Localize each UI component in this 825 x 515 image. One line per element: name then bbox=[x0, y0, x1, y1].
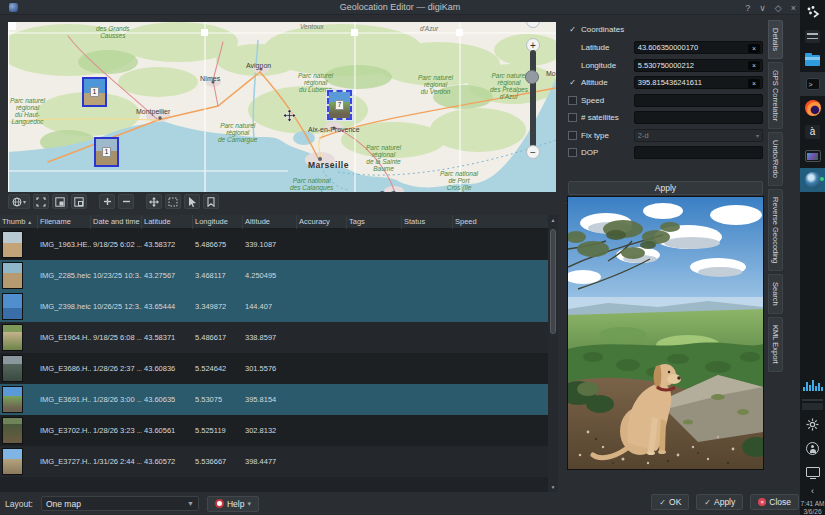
tab-gps-correlator[interactable]: GPS Correlator bbox=[768, 62, 783, 129]
tray-settings-icon[interactable] bbox=[800, 412, 825, 436]
maximize-icon[interactable]: ◇ bbox=[775, 3, 782, 13]
column-header[interactable]: Tags bbox=[347, 215, 402, 229]
unchecked-checkbox[interactable] bbox=[568, 96, 577, 105]
table-cell: 43.58372 bbox=[142, 240, 193, 249]
column-header[interactable]: Thumb▲ bbox=[0, 215, 38, 229]
column-header[interactable]: Date and time bbox=[91, 215, 142, 229]
checkbox-spacer bbox=[568, 43, 577, 52]
tab-details[interactable]: Details bbox=[768, 20, 783, 59]
fix-type-select[interactable]: 2-d▾ bbox=[634, 129, 763, 142]
zoom-into-selection-button[interactable] bbox=[52, 194, 68, 209]
zoom-fit-button[interactable] bbox=[33, 194, 49, 209]
field-label: Latitude bbox=[581, 43, 630, 52]
apply-coordinates-button[interactable]: Apply bbox=[568, 181, 763, 195]
tab-undo-redo[interactable]: Undo/Redo bbox=[768, 132, 783, 186]
unchecked-checkbox[interactable] bbox=[568, 148, 577, 157]
tray-expander-icon[interactable]: ‹ bbox=[800, 484, 825, 498]
clear-field-icon[interactable]: × bbox=[748, 61, 760, 70]
table-cell: IMG_1963.HE... bbox=[38, 240, 91, 249]
bookmark-button[interactable] bbox=[203, 194, 219, 209]
column-header[interactable]: Altitude bbox=[243, 215, 297, 229]
scroll-up-icon[interactable]: ▲ bbox=[548, 215, 558, 225]
tab-reverse-geocoding[interactable]: Reverse Geocoding bbox=[768, 189, 783, 271]
layout-value: One map bbox=[46, 499, 81, 509]
settings-app-icon[interactable] bbox=[800, 24, 825, 48]
clock[interactable]: 7:41 AM 3/6/26 bbox=[801, 500, 825, 515]
digikam-dock-icon[interactable] bbox=[800, 168, 825, 192]
speed-input[interactable] bbox=[634, 94, 763, 107]
ok-button[interactable]: ✓ OK bbox=[651, 494, 689, 510]
table-row[interactable]: IMG_2285.heic10/23/25 10:3...43.275673.4… bbox=[0, 260, 558, 291]
column-header[interactable]: Filename bbox=[38, 215, 91, 229]
table-row[interactable]: IMG_E3702.H...1/28/26 3:23 ...43.605615.… bbox=[0, 415, 558, 446]
column-header[interactable]: Latitude bbox=[142, 215, 193, 229]
launcher-icon[interactable] bbox=[800, 0, 825, 24]
screenshot-app-icon[interactable] bbox=[800, 144, 825, 168]
user-status-icon[interactable] bbox=[800, 436, 825, 460]
scroll-down-icon[interactable]: ▼ bbox=[548, 482, 558, 492]
column-header[interactable]: Speed bbox=[453, 215, 558, 229]
display-tray-icon[interactable] bbox=[800, 460, 825, 484]
unchecked-checkbox[interactable] bbox=[568, 113, 577, 122]
table-scrollbar[interactable]: ▲ ▼ bbox=[548, 215, 558, 492]
table-row[interactable]: IMG_E3691.H...1/28/26 3:00 ...43.606355.… bbox=[0, 384, 558, 415]
altitude-input[interactable]: 395.815436241611× bbox=[634, 76, 763, 89]
field-row: Latitude43.606350000170× bbox=[568, 41, 763, 54]
shade-icon[interactable]: ∨ bbox=[759, 3, 766, 13]
zoom-out-button[interactable] bbox=[118, 194, 134, 209]
table-cell: 43.65444 bbox=[142, 302, 193, 311]
cursor-mode-button[interactable] bbox=[184, 194, 200, 209]
photo-marker[interactable]: 1 bbox=[94, 137, 119, 167]
file-manager-icon[interactable] bbox=[800, 48, 825, 72]
layout-select[interactable]: One map ▼ bbox=[41, 496, 199, 511]
table-row[interactable]: IMG_1963.HE...9/18/25 6:02 ...43.583725.… bbox=[0, 229, 558, 260]
region-select-button[interactable] bbox=[165, 194, 181, 209]
status-dot bbox=[820, 177, 824, 181]
marker-count-badge: 7 bbox=[335, 100, 345, 110]
latitude-input[interactable]: 43.606350000170× bbox=[634, 41, 763, 54]
table-header: Thumb▲FilenameDate and timeLatitudeLongi… bbox=[0, 215, 558, 229]
tab-search[interactable]: Search bbox=[768, 274, 783, 314]
table-row[interactable]: IMG_2398.heic10/26/25 12:3...43.654443.3… bbox=[0, 291, 558, 322]
clear-field-icon[interactable]: × bbox=[748, 44, 760, 53]
zoom-top-button[interactable] bbox=[526, 22, 540, 28]
zoom-in-button[interactable] bbox=[99, 194, 115, 209]
longitude-input[interactable]: 5.530750000212× bbox=[634, 59, 763, 72]
photo-marker[interactable]: 1 bbox=[82, 77, 107, 107]
-satellites-input[interactable] bbox=[634, 111, 763, 124]
map-provider-button[interactable]: ▾ bbox=[8, 194, 30, 209]
close-button[interactable]: × Close bbox=[750, 494, 799, 510]
tab-kml-export[interactable]: KML Export bbox=[768, 317, 783, 372]
checked-checkbox[interactable]: ✓ bbox=[568, 78, 577, 87]
coordinates-checkbox[interactable]: ✓ bbox=[568, 25, 577, 34]
column-header[interactable]: Status bbox=[402, 215, 453, 229]
table-row[interactable]: IMG_E3686.H...1/28/26 2:37 ...43.608365.… bbox=[0, 353, 558, 384]
column-header[interactable]: Longitude bbox=[193, 215, 243, 229]
table-row[interactable]: IMG_E3727.H...1/31/26 2:44 ...43.605725.… bbox=[0, 446, 558, 477]
scrollbar-thumb[interactable] bbox=[550, 229, 556, 334]
audio-waveform-icon[interactable] bbox=[800, 373, 825, 397]
column-header[interactable]: Accuracy bbox=[297, 215, 347, 229]
table-cell: 144.407 bbox=[243, 302, 297, 311]
table-cell: IMG_E3691.H... bbox=[38, 395, 91, 404]
zoom-slider-handle[interactable] bbox=[525, 70, 539, 84]
terminal-icon[interactable]: > bbox=[800, 72, 825, 96]
map-view[interactable]: des Grands CaussesParc naturel régional … bbox=[8, 22, 556, 192]
zoom-out-of-selection-button[interactable] bbox=[71, 194, 87, 209]
zoom-slider-track[interactable] bbox=[530, 50, 536, 157]
whats-this-icon[interactable]: ? bbox=[745, 3, 750, 13]
apply-button[interactable]: ✓ Apply bbox=[696, 494, 743, 510]
clear-field-icon[interactable]: × bbox=[748, 79, 760, 88]
pan-mode-button[interactable] bbox=[146, 194, 162, 209]
firefox-icon[interactable] bbox=[800, 96, 825, 120]
selected-photo-marker[interactable]: 7 bbox=[327, 90, 352, 120]
table-row[interactable]: IMG_E1964.H...9/18/25 6:08 ...43.583715.… bbox=[0, 322, 558, 353]
character-app-icon[interactable]: à bbox=[800, 120, 825, 144]
help-button[interactable]: Help ▾ bbox=[207, 496, 259, 512]
field-row: ✓Altitude395.815436241611× bbox=[568, 76, 763, 89]
zoom-out-button[interactable]: − bbox=[526, 145, 540, 159]
table-cell: 3.468117 bbox=[193, 271, 243, 280]
close-icon[interactable]: × bbox=[791, 3, 796, 13]
dop-input[interactable] bbox=[634, 146, 763, 159]
unchecked-checkbox[interactable] bbox=[568, 131, 577, 140]
